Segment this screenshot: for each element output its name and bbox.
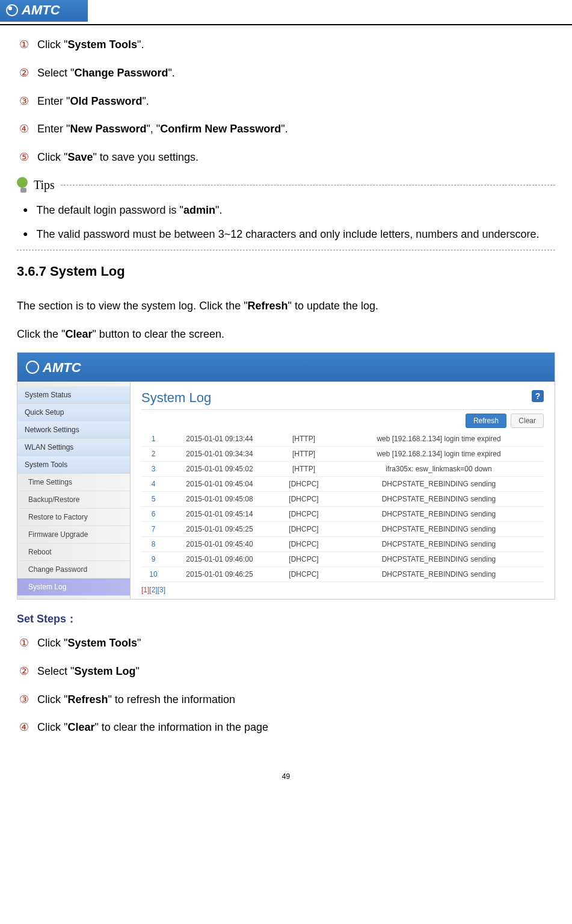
log-source: [DHCPC] (274, 566, 334, 581)
steps-top-list: ①Click "System Tools".②Select "Change Pa… (19, 36, 555, 166)
log-message: ifra305x: esw_linkmask=00 down (334, 461, 544, 476)
table-row: 32015-01-01 09:45:02[HTTP]ifra305x: esw_… (141, 461, 544, 476)
table-row: 62015-01-01 09:45:14[DHCPC]DHCPSTATE_REB… (141, 506, 544, 521)
page-logo: AMTC (0, 0, 89, 22)
sidebar-subitem[interactable]: Time Settings (17, 474, 130, 491)
page-link[interactable]: [1] (141, 586, 149, 594)
logo-text: AMTC (22, 2, 60, 17)
tips-dashed-bottom (17, 250, 555, 250)
log-index: 9 (141, 551, 165, 566)
sidebar-item[interactable]: System Status (17, 386, 130, 404)
ui-body: System StatusQuick SetupNetwork Settings… (17, 382, 555, 599)
sidebar-subitem[interactable]: Restore to Factory (17, 509, 130, 526)
log-time: 2015-01-01 09:45:08 (165, 491, 274, 506)
sidebar-item[interactable]: Quick Setup (17, 404, 130, 421)
table-row: 92015-01-01 09:46:00[DHCPC]DHCPSTATE_REB… (141, 551, 544, 566)
sidebar-subitem[interactable]: System Log (17, 578, 130, 596)
step-item: ①Click "System Tools" (19, 634, 555, 652)
tips-dashed-line (61, 185, 555, 185)
log-time: 2015-01-01 09:45:14 (165, 506, 274, 521)
sidebar-subitem[interactable]: Firmware Upgrade (17, 526, 130, 544)
tips-bullet: The valid password must be between 3~12 … (23, 223, 555, 247)
pager: [1][2][3] (141, 586, 544, 594)
step-item: ③Click "Refresh" to refresh the informat… (19, 691, 555, 709)
step-number-icon: ④ (19, 120, 32, 138)
header-rule (0, 24, 572, 25)
table-row: 22015-01-01 09:34:34[HTTP]web [192.168.2… (141, 446, 544, 461)
table-row: 102015-01-01 09:46:25[DHCPC]DHCPSTATE_RE… (141, 566, 544, 581)
log-source: [HTTP] (274, 432, 334, 447)
log-time: 2015-01-01 09:46:25 (165, 566, 274, 581)
ui-brand-text: AMTC (43, 360, 81, 375)
log-source: [DHCPC] (274, 536, 334, 551)
logo-orb-icon (6, 4, 18, 16)
log-time: 2015-01-01 09:34:34 (165, 446, 274, 461)
step-item: ④Click "Clear" to clear the information … (19, 719, 555, 736)
step-item: ②Select "Change Password". (19, 64, 555, 82)
intro-line-1: The section is to view the system log. C… (17, 296, 555, 315)
log-index: 8 (141, 536, 165, 551)
page-link[interactable]: [2] (149, 586, 157, 594)
log-source: [DHCPC] (274, 551, 334, 566)
log-message: DHCPSTATE_REBINDING sending (334, 536, 544, 551)
sidebar: System StatusQuick SetupNetwork Settings… (17, 382, 131, 599)
sidebar-item[interactable]: System Tools (17, 456, 130, 474)
log-source: [HTTP] (274, 446, 334, 461)
content-pane: ? System Log Refresh Clear 12015-01-01 0… (131, 382, 555, 599)
sidebar-subitem[interactable]: Backup/Restore (17, 491, 130, 509)
step-number-icon: ④ (19, 719, 32, 736)
log-message: DHCPSTATE_REBINDING sending (334, 566, 544, 581)
log-message: DHCPSTATE_REBINDING sending (334, 476, 544, 491)
page-number: 49 (17, 772, 555, 781)
tips-title: Tips (34, 178, 55, 192)
log-time: 2015-01-01 09:45:25 (165, 521, 274, 536)
clear-button[interactable]: Clear (511, 414, 544, 428)
step-number-icon: ① (19, 36, 32, 54)
ui-brand-bar: AMTC (17, 353, 555, 382)
log-index: 6 (141, 506, 165, 521)
log-index: 10 (141, 566, 165, 581)
table-row: 42015-01-01 09:45:04[DHCPC]DHCPSTATE_REB… (141, 476, 544, 491)
bulb-icon (17, 177, 30, 194)
step-number-icon: ② (19, 64, 32, 82)
step-number-icon: ① (19, 634, 32, 652)
step-number-icon: ⑤ (19, 149, 32, 166)
log-message: web [192.168.2.134] login time expired (334, 432, 544, 447)
log-time: 2015-01-01 09:45:40 (165, 536, 274, 551)
sidebar-item[interactable]: WLAN Settings (17, 439, 130, 456)
log-message: DHCPSTATE_REBINDING sending (334, 551, 544, 566)
table-row: 82015-01-01 09:45:40[DHCPC]DHCPSTATE_REB… (141, 536, 544, 551)
step-item: ④Enter "New Password", "Confirm New Pass… (19, 120, 555, 138)
ui-screenshot: AMTC System StatusQuick SetupNetwork Set… (17, 352, 555, 600)
table-row: 72015-01-01 09:45:25[DHCPC]DHCPSTATE_REB… (141, 521, 544, 536)
log-index: 2 (141, 446, 165, 461)
tips-bullet-list: The default login password is "admin".Th… (23, 199, 555, 246)
step-number-icon: ③ (19, 93, 32, 110)
sidebar-item[interactable]: Network Settings (17, 421, 130, 439)
log-message: web [192.168.2.134] login time expired (334, 446, 544, 461)
help-icon[interactable]: ? (532, 390, 544, 402)
set-steps-title: Set Steps： (17, 612, 555, 626)
log-time: 2015-01-01 09:45:04 (165, 476, 274, 491)
sidebar-subitem[interactable]: Reboot (17, 544, 130, 561)
page-link[interactable]: [3] (158, 586, 165, 594)
log-source: [DHCPC] (274, 476, 334, 491)
step-number-icon: ② (19, 663, 32, 680)
table-row: 12015-01-01 09:13:44[HTTP]web [192.168.2… (141, 432, 544, 447)
refresh-button[interactable]: Refresh (466, 414, 506, 428)
sidebar-subitem[interactable]: Change Password (17, 561, 130, 578)
log-source: [DHCPC] (274, 506, 334, 521)
content-rule (141, 409, 544, 410)
log-source: [DHCPC] (274, 491, 334, 506)
step-item: ①Click "System Tools". (19, 36, 555, 54)
tips-bullet: The default login password is "admin". (23, 199, 555, 223)
step-item: ③Enter "Old Password". (19, 93, 555, 110)
step-item: ②Select "System Log" (19, 663, 555, 680)
tips-block: Tips The default login password is "admi… (17, 177, 555, 250)
log-index: 3 (141, 461, 165, 476)
log-message: DHCPSTATE_REBINDING sending (334, 491, 544, 506)
log-index: 1 (141, 432, 165, 447)
section-heading: 3.6.7 System Log (17, 264, 555, 279)
log-time: 2015-01-01 09:46:00 (165, 551, 274, 566)
log-message: DHCPSTATE_REBINDING sending (334, 521, 544, 536)
